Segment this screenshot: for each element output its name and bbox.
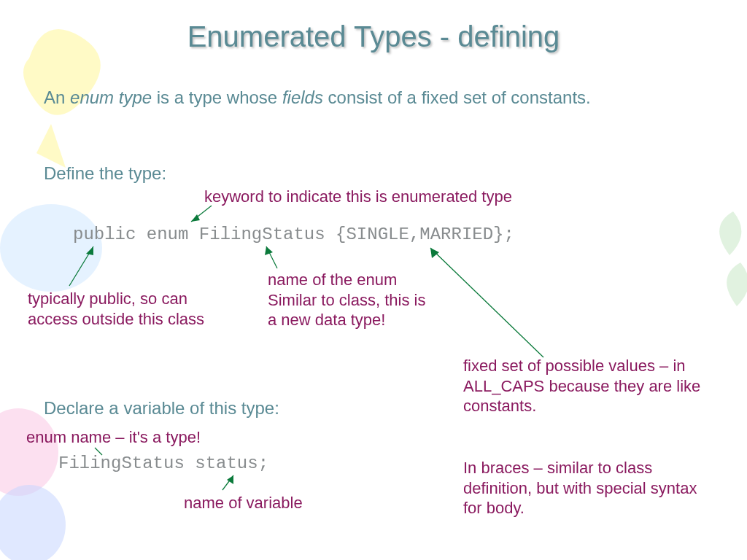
annot-enum-name: name of the enum Similar to class, this … xyxy=(268,270,428,330)
svg-marker-10 xyxy=(430,248,439,258)
svg-line-9 xyxy=(430,248,543,357)
intro-em-enum-type: enum type xyxy=(70,88,152,107)
intro-em-fields: fields xyxy=(282,88,323,107)
annot-braces: In braces – similar to class definition,… xyxy=(463,458,708,518)
annot-variable-name: name of variable xyxy=(184,493,303,513)
intro-text-prefix: An xyxy=(44,88,70,107)
svg-marker-13 xyxy=(227,475,233,484)
code-variable-declaration: FilingStatus status; xyxy=(58,454,268,473)
svg-line-7 xyxy=(266,246,277,268)
annot-public: typically public, so can access outside … xyxy=(28,289,232,329)
intro-text-suffix: consist of a fixed set of constants. xyxy=(323,88,591,107)
svg-point-0 xyxy=(0,204,102,292)
svg-line-5 xyxy=(69,246,93,286)
svg-point-1 xyxy=(0,408,58,496)
svg-marker-4 xyxy=(191,214,200,222)
code-enum-declaration: public enum FilingStatus {SINGLE,MARRIED… xyxy=(73,225,514,244)
annot-enum-type: enum name – it's a type! xyxy=(26,427,201,448)
svg-line-3 xyxy=(191,206,212,222)
svg-marker-8 xyxy=(265,246,273,255)
define-type-heading: Define the type: xyxy=(44,163,166,184)
annot-fixed-set: fixed set of possible values – in ALL_CA… xyxy=(463,356,704,416)
slide: Enumerated Types - defining An enum type… xyxy=(0,0,747,560)
intro-text-mid: is a type whose xyxy=(152,88,282,107)
svg-line-12 xyxy=(222,475,233,490)
annot-keyword: keyword to indicate this is enumerated t… xyxy=(204,187,512,207)
slide-title: Enumerated Types - defining xyxy=(0,20,747,53)
declare-variable-heading: Declare a variable of this type: xyxy=(44,398,279,419)
svg-marker-6 xyxy=(86,246,93,255)
svg-point-2 xyxy=(0,485,66,560)
intro-sentence: An enum type is a type whose fields cons… xyxy=(44,86,686,109)
